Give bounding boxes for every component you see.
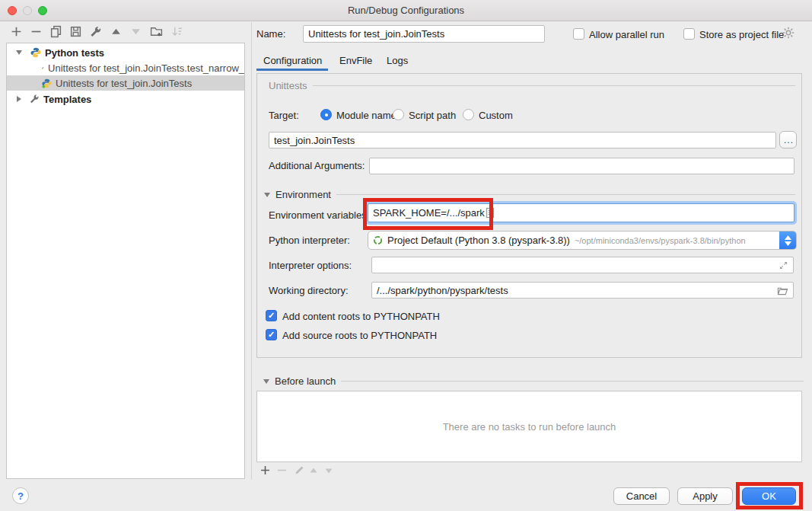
python-interpreter-path: ~/opt/miniconda3/envs/pyspark-3.8/bin/py… bbox=[575, 236, 779, 245]
environment-group-label: Environment bbox=[275, 189, 331, 200]
run-debug-configurations-dialog: Run/Debug Configurations Python tests Un… bbox=[0, 0, 812, 511]
tree-item-unittest-jointests-selected[interactable]: Unittests for test_join.JoinTests bbox=[7, 75, 244, 91]
collapse-caret-icon[interactable] bbox=[263, 379, 269, 384]
wrench-icon bbox=[29, 94, 40, 104]
remove-icon[interactable] bbox=[30, 25, 43, 38]
allow-parallel-run-checkbox[interactable] bbox=[573, 28, 584, 40]
unittests-group-label: Unittests bbox=[269, 80, 307, 91]
tree-item-label: Templates bbox=[43, 94, 91, 105]
active-tab-underline bbox=[256, 69, 328, 71]
working-directory-label: Working directory: bbox=[269, 285, 349, 296]
tab-logs[interactable]: Logs bbox=[387, 55, 408, 66]
before-launch-group-header: Before launch bbox=[263, 375, 804, 387]
group-separator-line bbox=[313, 85, 795, 86]
chevron-up-icon bbox=[785, 235, 791, 240]
module-name-value: test_join.JoinTests bbox=[274, 135, 355, 146]
copy-icon[interactable] bbox=[49, 25, 62, 38]
window-title: Run/Debug Configurations bbox=[0, 0, 812, 21]
move-up-icon[interactable] bbox=[110, 25, 123, 38]
group-separator-line bbox=[341, 381, 804, 382]
environment-group-header: Environment bbox=[264, 189, 795, 200]
collapse-caret-icon[interactable] bbox=[264, 193, 270, 197]
python-test-icon bbox=[42, 63, 44, 73]
tree-item-unittest-narrow[interactable]: Unittests for test_join.JoinTests.test_n… bbox=[7, 60, 244, 75]
chevron-down-icon bbox=[785, 241, 791, 246]
python-icon bbox=[30, 47, 41, 58]
module-name-input[interactable]: test_join.JoinTests bbox=[269, 132, 776, 149]
target-custom-radio[interactable] bbox=[463, 109, 474, 120]
zoom-window-button[interactable] bbox=[38, 6, 47, 15]
before-launch-task-list: There are no tasks to run before launch bbox=[256, 391, 802, 462]
name-input[interactable]: Unittests for test_join.JoinTests bbox=[303, 25, 545, 43]
save-icon[interactable] bbox=[69, 25, 82, 38]
browse-button[interactable]: ... bbox=[779, 131, 797, 149]
cancel-button[interactable]: Cancel bbox=[613, 487, 670, 505]
apply-button[interactable]: Apply bbox=[677, 487, 733, 505]
edit-pencil-icon[interactable] bbox=[294, 465, 304, 475]
expand-field-icon[interactable] bbox=[779, 260, 788, 270]
gear-icon[interactable] bbox=[782, 26, 795, 40]
panel-splitter[interactable] bbox=[251, 22, 252, 480]
help-button[interactable]: ? bbox=[12, 487, 29, 504]
annotation-red-box-env-vars bbox=[363, 198, 493, 230]
additional-arguments-label: Additional Arguments: bbox=[269, 160, 365, 171]
tab-configuration[interactable]: Configuration bbox=[263, 55, 322, 66]
unittests-group-header: Unittests bbox=[269, 80, 795, 91]
move-task-up-icon[interactable] bbox=[309, 466, 318, 475]
target-label: Target: bbox=[269, 110, 299, 121]
additional-arguments-input[interactable] bbox=[369, 158, 794, 174]
tree-item-python-tests[interactable]: Python tests bbox=[7, 45, 244, 60]
conda-environment-icon bbox=[373, 235, 383, 245]
add-content-roots-checkbox[interactable] bbox=[266, 310, 277, 321]
group-separator-line bbox=[336, 194, 795, 195]
move-task-down-icon[interactable] bbox=[324, 466, 333, 475]
store-as-project-file-label[interactable]: Store as project file bbox=[699, 29, 784, 40]
interpreter-options-input[interactable] bbox=[371, 257, 794, 273]
titlebar: Run/Debug Configurations bbox=[0, 0, 812, 21]
before-launch-group-label: Before launch bbox=[275, 375, 336, 387]
sort-alphabetically-icon[interactable] bbox=[171, 25, 184, 38]
add-icon[interactable] bbox=[10, 25, 23, 38]
minimize-window-button bbox=[23, 6, 32, 15]
annotation-red-box-ok-button bbox=[736, 482, 803, 509]
tab-envfile[interactable]: EnvFile bbox=[339, 55, 372, 66]
configuration-panel: Unittests Target: Module name Script pat… bbox=[256, 73, 802, 358]
environment-variables-label: Environment variables: bbox=[269, 209, 369, 221]
add-source-roots-checkbox[interactable] bbox=[266, 329, 277, 340]
target-module-name-label[interactable]: Module name bbox=[336, 110, 396, 121]
interpreter-dropdown-button[interactable] bbox=[779, 232, 796, 249]
python-interpreter-combo[interactable]: Project Default (Python 3.8 (pyspark-3.8… bbox=[368, 231, 797, 250]
configurations-tree: Python tests Unittests for test_join.Joi… bbox=[6, 43, 245, 479]
new-folder-icon[interactable] bbox=[150, 25, 163, 38]
folder-icon[interactable] bbox=[777, 286, 788, 295]
tree-item-templates[interactable]: Templates bbox=[7, 91, 244, 107]
name-label: Name: bbox=[256, 28, 285, 40]
python-interpreter-value: Project Default (Python 3.8 (pyspark-3.8… bbox=[387, 235, 570, 246]
working-directory-value: /.../spark/python/pyspark/tests bbox=[377, 285, 777, 296]
store-as-project-file-checkbox[interactable] bbox=[683, 28, 695, 40]
tree-item-label: Unittests for test_join.JoinTests bbox=[56, 78, 192, 89]
before-launch-empty-text: There are no tasks to run before launch bbox=[443, 421, 616, 433]
close-window-button[interactable] bbox=[8, 6, 17, 15]
interpreter-options-label: Interpreter options: bbox=[269, 260, 352, 271]
caret-right-icon[interactable] bbox=[17, 96, 21, 102]
tree-item-label: Unittests for test_join.JoinTests.test_n… bbox=[48, 62, 244, 74]
target-script-path-label[interactable]: Script path bbox=[409, 110, 456, 121]
allow-parallel-run-label[interactable]: Allow parallel run bbox=[589, 29, 664, 40]
working-directory-input[interactable]: /.../spark/python/pyspark/tests bbox=[371, 282, 794, 299]
caret-down-icon[interactable] bbox=[16, 50, 22, 55]
remove-task-icon[interactable] bbox=[277, 465, 287, 475]
target-custom-label[interactable]: Custom bbox=[479, 110, 513, 121]
tree-item-label: Python tests bbox=[45, 47, 104, 59]
edit-templates-wrench-icon[interactable] bbox=[89, 25, 102, 38]
target-module-name-radio[interactable] bbox=[320, 109, 332, 120]
python-test-icon bbox=[42, 78, 52, 88]
python-interpreter-label: Python interpreter: bbox=[269, 235, 350, 246]
target-script-path-radio[interactable] bbox=[393, 109, 404, 120]
add-content-roots-label[interactable]: Add content roots to PYTHONPATH bbox=[282, 311, 440, 322]
add-source-roots-label[interactable]: Add source roots to PYTHONPATH bbox=[282, 330, 437, 341]
add-task-icon[interactable] bbox=[260, 465, 270, 475]
name-value: Unittests for test_join.JoinTests bbox=[308, 28, 444, 40]
move-down-icon[interactable] bbox=[129, 25, 142, 38]
